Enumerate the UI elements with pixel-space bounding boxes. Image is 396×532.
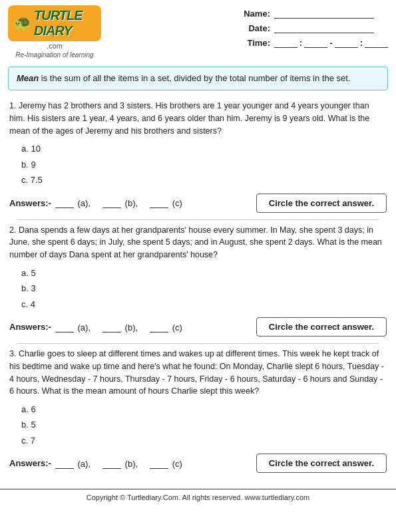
- option-2c: c. 4: [21, 297, 387, 312]
- info-keyword: Mean: [17, 73, 39, 83]
- answer-options-1: (a), (b), (c): [54, 198, 193, 208]
- question-3: 3. Charlie goes to sleep at different ti…: [9, 348, 387, 473]
- turtle-icon: 🐢: [13, 15, 31, 32]
- question-2-options: a. 5 b. 3 c. 4: [21, 265, 387, 312]
- logo-com: .com: [47, 42, 63, 50]
- time-sep-3: :: [360, 38, 363, 48]
- footer-text: Copyright © Turtlediary.Com. All rights …: [87, 493, 309, 501]
- blank-3c: [150, 458, 168, 469]
- date-input[interactable]: [274, 23, 374, 33]
- answer-row-1: Answers:- (a), (b), (c) Circle the corre…: [9, 194, 387, 213]
- answer-options-3: (a), (b), (c): [54, 458, 193, 469]
- option-2a: a. 5: [21, 265, 387, 281]
- question-1-num: 1.: [9, 101, 16, 110]
- info-box: Mean is the sum of all the items in a se…: [8, 66, 388, 90]
- answer-row-3: Answers:- (a), (b), (c) Circle the corre…: [9, 454, 387, 473]
- answers-label-1: Answers:-: [9, 198, 51, 208]
- footer: Copyright © Turtlediary.Com. All rights …: [0, 489, 396, 504]
- info-text: is the sum of all the items in a set, di…: [39, 73, 350, 83]
- blank-1b: [102, 198, 121, 208]
- time-input-1[interactable]: [274, 37, 297, 48]
- question-2-body: Dana spends a few days at her grandparen…: [9, 225, 382, 260]
- time-input-3[interactable]: [335, 37, 358, 48]
- logo-area: 🐢 TURTLE DIARY .com Re-Imagination of le…: [8, 5, 101, 59]
- blank-3a: [55, 458, 74, 469]
- time-label: Time:: [240, 38, 270, 48]
- question-1-options: a. 10 b. 9 c. 7.5: [21, 141, 387, 188]
- time-input-2[interactable]: [304, 37, 327, 48]
- time-sep-1: :: [299, 38, 302, 48]
- time-sep-2: -: [329, 38, 332, 48]
- question-1: 1. Jeremy has 2 brothers and 3 sisters. …: [9, 100, 387, 212]
- question-3-num: 3.: [9, 349, 16, 358]
- answers-label-3: Answers:-: [9, 458, 51, 468]
- blank-2b: [102, 322, 121, 332]
- header: 🐢 TURTLE DIARY .com Re-Imagination of le…: [0, 0, 396, 61]
- logo-tagline: Re-Imagination of learning: [15, 51, 93, 59]
- answer-blank-2b: (b),: [101, 322, 138, 332]
- question-2: 2. Dana spends a few days at her grandpa…: [9, 224, 387, 336]
- name-label: Name:: [240, 9, 270, 19]
- question-2-text: 2. Dana spends a few days at her grandpa…: [9, 224, 387, 261]
- answer-blank-3b: (b),: [101, 458, 138, 469]
- logo-text: TURTLE DIARY: [34, 8, 96, 39]
- circle-answer-1[interactable]: Circle the correct answer.: [256, 194, 387, 213]
- blank-3b: [102, 458, 121, 469]
- form-fields: Name: Date: Time: : - :: [240, 5, 388, 48]
- answers-label-2: Answers:-: [9, 322, 51, 332]
- date-row: Date:: [240, 23, 388, 33]
- option-2b: b. 3: [21, 281, 387, 296]
- divider-2: [17, 343, 379, 344]
- answer-blank-3a: (a),: [54, 458, 91, 469]
- answer-blank-1c: (c): [148, 198, 182, 208]
- answer-blank-1a: (a),: [54, 198, 91, 208]
- logo-box: 🐢 TURTLE DIARY: [8, 5, 101, 41]
- questions: 1. Jeremy has 2 brothers and 3 sisters. …: [0, 96, 396, 483]
- blank-1a: [55, 198, 74, 208]
- option-3b: b. 5: [21, 417, 387, 432]
- question-3-options: a. 6 b. 5 c. 7: [21, 402, 387, 448]
- option-1b: b. 9: [21, 157, 387, 172]
- date-label: Date:: [240, 23, 270, 33]
- answer-options-2: (a), (b), (c): [54, 322, 193, 332]
- question-2-num: 2.: [9, 225, 16, 235]
- time-input-4[interactable]: [365, 37, 388, 48]
- option-1c: c. 7.5: [21, 172, 387, 188]
- answer-blank-1b: (b),: [101, 198, 138, 208]
- answer-blank-3c: (c): [148, 458, 182, 469]
- circle-answer-2[interactable]: Circle the correct answer.: [256, 317, 387, 336]
- blank-2a: [55, 322, 74, 332]
- name-row: Name:: [240, 8, 388, 19]
- question-1-text: 1. Jeremy has 2 brothers and 3 sisters. …: [9, 100, 387, 137]
- option-1a: a. 10: [21, 141, 387, 156]
- blank-1c: [150, 198, 168, 208]
- blank-2c: [150, 322, 168, 332]
- circle-answer-3[interactable]: Circle the correct answer.: [256, 454, 387, 473]
- question-3-body: Charlie goes to sleep at different times…: [9, 349, 384, 396]
- question-1-body: Jeremy has 2 brothers and 3 sisters. His…: [9, 101, 369, 136]
- time-row: Time: : - :: [240, 37, 388, 48]
- option-3c: c. 7: [21, 433, 387, 448]
- answer-blank-2c: (c): [148, 322, 182, 332]
- time-inputs: : - :: [274, 37, 388, 48]
- option-3a: a. 6: [21, 402, 387, 417]
- question-3-text: 3. Charlie goes to sleep at different ti…: [9, 348, 387, 398]
- divider-1: [17, 219, 379, 220]
- name-input[interactable]: [274, 8, 374, 19]
- answer-blank-2a: (a),: [54, 322, 91, 332]
- answer-row-2: Answers:- (a), (b), (c) Circle the corre…: [9, 317, 387, 336]
